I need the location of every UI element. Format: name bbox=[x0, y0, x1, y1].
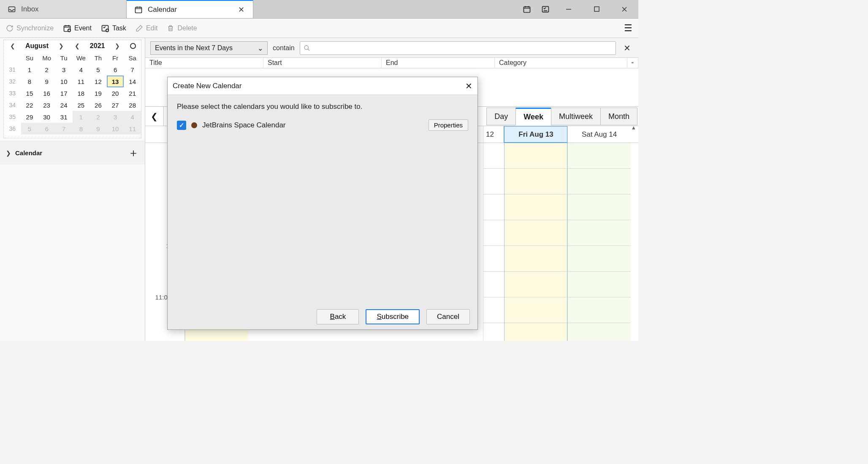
mini-cal-day[interactable]: 30 bbox=[38, 111, 55, 123]
mini-cal-day[interactable]: 9 bbox=[90, 123, 107, 135]
col-menu-icon[interactable] bbox=[627, 58, 638, 68]
mini-cal-day[interactable]: 22 bbox=[21, 99, 38, 111]
mini-cal-day[interactable]: 24 bbox=[55, 99, 73, 111]
mini-cal-day[interactable]: 3 bbox=[55, 64, 73, 76]
sidebar-calendar-row[interactable]: ❯ Calendar ＋ bbox=[0, 141, 145, 165]
dialog-close-button[interactable]: ✕ bbox=[465, 81, 472, 91]
mini-cal-day[interactable]: 9 bbox=[38, 76, 55, 87]
mini-cal-day[interactable]: 26 bbox=[90, 99, 107, 111]
mini-cal-day[interactable]: 5 bbox=[21, 123, 38, 135]
dialog-message: Please select the calendars you would li… bbox=[177, 103, 468, 111]
properties-button[interactable]: Properties bbox=[429, 119, 468, 131]
view-week[interactable]: Week bbox=[515, 108, 551, 125]
calendar-color-dot bbox=[191, 122, 197, 128]
mini-cal-day[interactable]: 10 bbox=[55, 76, 73, 87]
add-calendar-button[interactable]: ＋ bbox=[128, 146, 139, 160]
events-range-dropdown[interactable]: Events in the Next 7 Days ⌄ bbox=[150, 41, 268, 55]
new-task-button[interactable]: Task bbox=[101, 24, 126, 32]
mini-cal-day[interactable]: 31 bbox=[55, 111, 73, 123]
mini-cal-day[interactable]: 5 bbox=[90, 64, 107, 76]
year-prev[interactable]: ❮ bbox=[73, 43, 81, 49]
edit-button[interactable]: Edit bbox=[136, 24, 158, 32]
back-button[interactable]: Back bbox=[317, 309, 359, 324]
titlebar-right bbox=[522, 0, 638, 18]
mini-cal-day[interactable]: 11 bbox=[73, 76, 90, 87]
day-head-fri[interactable]: Fri Aug 13 bbox=[504, 126, 567, 143]
search-input[interactable] bbox=[314, 45, 612, 52]
mini-cal-day[interactable]: 10 bbox=[107, 123, 124, 135]
mini-cal-day[interactable]: 4 bbox=[73, 64, 90, 76]
mini-cal-day[interactable]: 21 bbox=[124, 87, 141, 99]
mini-cal-day[interactable]: 20 bbox=[107, 87, 124, 99]
mini-cal-day[interactable]: 1 bbox=[21, 64, 38, 76]
month-label: August bbox=[25, 42, 49, 50]
week-prev-button[interactable]: ❮ bbox=[145, 107, 164, 126]
clear-search-button[interactable]: ✕ bbox=[621, 43, 633, 53]
mini-cal-day[interactable]: 6 bbox=[107, 64, 124, 76]
mini-cal-day[interactable]: 4 bbox=[124, 111, 141, 123]
tab-close-button[interactable]: ✕ bbox=[236, 5, 246, 14]
search-box[interactable] bbox=[300, 41, 616, 55]
cancel-button[interactable]: Cancel bbox=[426, 309, 470, 324]
synchronize-button[interactable]: Synchronize bbox=[6, 24, 54, 32]
day-col-thu-tail[interactable] bbox=[483, 143, 504, 341]
tab-calendar[interactable]: Calendar ✕ bbox=[127, 0, 253, 18]
mini-cal-day[interactable]: 11 bbox=[124, 123, 141, 135]
menu-button[interactable]: ☰ bbox=[624, 23, 632, 34]
mini-cal-day[interactable]: 12 bbox=[90, 76, 107, 87]
day-head-12[interactable]: 12 bbox=[483, 126, 504, 143]
window-close[interactable] bbox=[615, 0, 634, 19]
svg-rect-12 bbox=[632, 63, 634, 63]
day-col-fri[interactable] bbox=[504, 143, 567, 341]
scroll-up-icon[interactable]: ▴ bbox=[630, 124, 637, 131]
mini-cal-day[interactable]: 27 bbox=[107, 99, 124, 111]
month-next[interactable]: ❯ bbox=[57, 43, 65, 49]
mini-cal-day[interactable]: 13 bbox=[107, 76, 124, 87]
month-prev[interactable]: ❮ bbox=[9, 43, 16, 49]
contain-label: contain bbox=[273, 44, 295, 52]
mini-cal-day[interactable]: 14 bbox=[124, 76, 141, 87]
view-day[interactable]: Day bbox=[486, 108, 516, 125]
calendar-option-checkbox[interactable]: ✓ bbox=[177, 121, 186, 130]
view-month[interactable]: Month bbox=[600, 108, 637, 125]
year-next[interactable]: ❯ bbox=[114, 43, 121, 49]
col-start[interactable]: Start bbox=[263, 58, 382, 68]
mini-cal-day[interactable]: 28 bbox=[124, 99, 141, 111]
day-col-sat[interactable] bbox=[567, 143, 631, 341]
today-button[interactable] bbox=[130, 43, 136, 49]
tasks-shortcut-icon[interactable] bbox=[540, 4, 551, 14]
mini-cal-day[interactable]: 29 bbox=[21, 111, 38, 123]
dropdown-label: Events in the Next 7 Days bbox=[155, 44, 233, 52]
mini-cal-day[interactable]: 23 bbox=[38, 99, 55, 111]
mini-cal-day[interactable]: 16 bbox=[38, 87, 55, 99]
col-title[interactable]: Title bbox=[145, 58, 263, 68]
mini-cal-day[interactable]: 6 bbox=[38, 123, 55, 135]
new-event-button[interactable]: Event bbox=[63, 24, 92, 32]
mini-cal-day[interactable]: 1 bbox=[73, 111, 90, 123]
mini-cal-day[interactable]: 2 bbox=[90, 111, 107, 123]
subscribe-button[interactable]: Subscribe bbox=[366, 309, 420, 324]
view-multiweek[interactable]: Multiweek bbox=[551, 108, 601, 125]
mini-cal-day[interactable]: 7 bbox=[124, 64, 141, 76]
col-end[interactable]: End bbox=[382, 58, 495, 68]
mini-cal-day[interactable]: 2 bbox=[38, 64, 55, 76]
col-category[interactable]: Category bbox=[495, 58, 627, 68]
window-maximize[interactable] bbox=[587, 0, 606, 19]
tab-inbox[interactable]: Inbox bbox=[0, 0, 127, 18]
mini-cal-day[interactable]: 18 bbox=[73, 87, 90, 99]
mini-cal-day[interactable]: 19 bbox=[90, 87, 107, 99]
mini-cal-day[interactable]: 17 bbox=[55, 87, 73, 99]
calendar-shortcut-icon[interactable] bbox=[522, 4, 532, 14]
day-head-sat[interactable]: Sat Aug 14 bbox=[567, 126, 631, 143]
tab-bar: Inbox Calendar ✕ bbox=[0, 0, 638, 19]
mini-cal-day[interactable]: 8 bbox=[21, 76, 38, 87]
window-minimize[interactable] bbox=[559, 0, 578, 19]
mini-cal-day[interactable]: 3 bbox=[107, 111, 124, 123]
mini-cal-day[interactable]: 15 bbox=[21, 87, 38, 99]
mini-cal-day[interactable]: 25 bbox=[73, 99, 90, 111]
toolbar: Synchronize Event Task Edit Delete ☰ bbox=[0, 19, 638, 38]
mini-cal-day[interactable]: 7 bbox=[55, 123, 73, 135]
mini-cal-day[interactable]: 8 bbox=[73, 123, 90, 135]
svg-rect-1 bbox=[136, 7, 142, 13]
delete-button[interactable]: Delete bbox=[167, 24, 197, 32]
